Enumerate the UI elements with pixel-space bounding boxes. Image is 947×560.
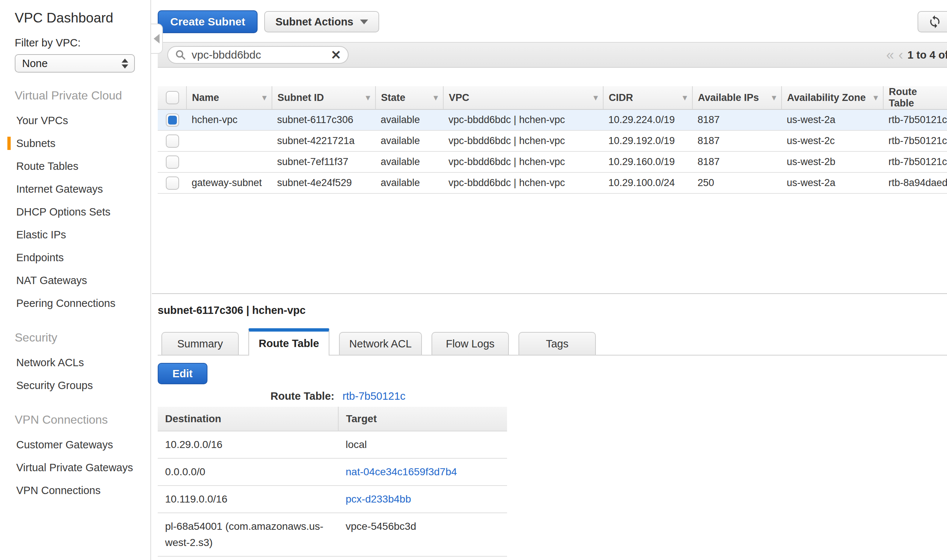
sort-caret-icon[interactable]: ▾ (434, 93, 438, 102)
sort-caret-icon[interactable]: ▾ (366, 93, 370, 102)
cell-subnet-id: subnet-7ef11f37 (272, 151, 376, 172)
cell-state: available (376, 172, 443, 194)
select-all-checkbox[interactable] (166, 91, 179, 104)
sidebar-item-security-groups[interactable]: Security Groups (0, 374, 150, 397)
sidebar-item-subnets[interactable]: Subnets (0, 132, 150, 155)
cell-vpc: vpc-bbdd6bdc | hchen-vpc (443, 172, 603, 194)
column-header-available-ips[interactable]: Available IPs▾ (692, 86, 782, 109)
route-target-link[interactable]: pcx-d233b4bb (346, 493, 411, 505)
sidebar-item-peering-connections[interactable]: Peering Connections (0, 292, 150, 315)
route-table-link[interactable]: rtb-7b50121c (342, 390, 405, 402)
route-table-label: Route Table: (271, 390, 334, 402)
cell-state: available (376, 131, 443, 151)
tab-tags[interactable]: Tags (519, 332, 596, 355)
search-box[interactable]: ✕ (167, 46, 349, 64)
sidebar-item-network-acls[interactable]: Network ACLs (0, 351, 150, 374)
row-checkbox[interactable] (166, 155, 179, 169)
subnet-actions-button[interactable]: Subnet Actions (264, 11, 379, 32)
tab-summary[interactable]: Summary (162, 332, 239, 355)
cell-cidr: 10.29.192.0/19 (603, 131, 692, 151)
sidebar-item-virtual-private-gateways[interactable]: Virtual Private Gateways (0, 456, 150, 479)
cell-name (186, 131, 272, 151)
sidebar-item-dhcp-options-sets[interactable]: DHCP Options Sets (0, 200, 150, 223)
table-row[interactable]: subnet-7ef11f37 available vpc-bbdd6bdc |… (158, 151, 947, 172)
column-label: VPC (449, 92, 470, 103)
sidebar-item-vpn-connections[interactable]: VPN Connections (0, 479, 150, 502)
search-icon (175, 49, 186, 61)
sort-caret-icon[interactable]: ▾ (683, 93, 687, 102)
row-checkbox[interactable] (166, 114, 179, 127)
main-content: Create Subnet Subnet Actions ✕ « ‹ 1 to … (152, 0, 947, 560)
clear-search-icon[interactable]: ✕ (331, 49, 342, 61)
route-destination: pl-68a54001 (com.amazonaws.us-west-2.s3) (158, 513, 338, 556)
table-row[interactable]: hchen-vpc subnet-6117c306 available vpc-… (158, 109, 947, 131)
edit-row: Edit (158, 363, 947, 384)
vpc-filter-select[interactable]: None (15, 54, 135, 72)
cell-name (186, 151, 272, 172)
sort-caret-icon[interactable]: ▾ (772, 93, 776, 102)
table-row[interactable]: subnet-4221721a available vpc-bbdd6bdc |… (158, 131, 947, 151)
column-header-subnet-id[interactable]: Subnet ID▾ (272, 86, 376, 109)
pagination-range: 1 to 4 of (908, 49, 947, 61)
tab-network-acl[interactable]: Network ACL (339, 332, 422, 355)
row-checkbox[interactable] (166, 177, 179, 190)
subnet-detail-panel: subnet-6117c306 | hchen-vpc Summary Rout… (152, 293, 947, 557)
column-header-cidr[interactable]: CIDR▾ (603, 86, 692, 109)
refresh-button[interactable] (918, 11, 947, 32)
sidebar-item-customer-gateways[interactable]: Customer Gateways (0, 433, 150, 456)
cell-available-ips: 8187 (692, 131, 782, 151)
prev-page-icon[interactable]: ‹ (898, 48, 903, 62)
sidebar-item-internet-gateways[interactable]: Internet Gateways (0, 178, 150, 200)
filter-by-vpc-label: Filter by VPC: (15, 37, 150, 49)
sidebar-nav: Virtual Private Cloud Your VPCs Subnets … (0, 89, 150, 502)
cell-route-table: rtb-7b50121c (883, 109, 947, 131)
sidebar-item-endpoints[interactable]: Endpoints (0, 246, 150, 269)
route-target: vpce-5456bc3d (338, 513, 507, 556)
column-header-name[interactable]: Name▾ (186, 86, 272, 109)
route-target-link[interactable]: nat-04ce34c1659f3d7b4 (346, 466, 457, 477)
cell-available-ips: 8187 (692, 151, 782, 172)
cell-cidr: 10.29.160.0/19 (603, 151, 692, 172)
routes-column-destination: Destination (158, 407, 338, 431)
sidebar-item-route-tables[interactable]: Route Tables (0, 155, 150, 178)
route-row: 10.29.0.0/16 local (158, 431, 507, 458)
first-page-icon[interactable]: « (886, 48, 894, 62)
routes-header-row: Destination Target (158, 407, 507, 431)
sort-caret-icon[interactable]: ▾ (262, 93, 266, 102)
table-row[interactable]: gateway-subnet subnet-4e24f529 available… (158, 172, 947, 194)
sidebar-item-elastic-ips[interactable]: Elastic IPs (0, 223, 150, 246)
column-label: Route Table (889, 86, 943, 109)
create-subnet-button[interactable]: Create Subnet (158, 10, 257, 33)
cell-availability-zone: us-west-2b (782, 151, 883, 172)
cell-available-ips: 250 (692, 172, 782, 194)
column-header-state[interactable]: State▾ (376, 86, 443, 109)
row-checkbox[interactable] (166, 134, 179, 148)
column-label: State (381, 92, 405, 103)
route-row: 0.0.0.0/0 nat-04ce34c1659f3d7b4 (158, 458, 507, 486)
sidebar-collapse-toggle[interactable] (151, 23, 163, 54)
cell-state: available (376, 109, 443, 131)
sidebar-item-nat-gateways[interactable]: NAT Gateways (0, 269, 150, 292)
cell-route-table: rtb-7b50121c (883, 151, 947, 172)
sidebar-item-your-vpcs[interactable]: Your VPCs (0, 109, 150, 132)
cell-vpc: vpc-bbdd6bdc | hchen-vpc (443, 131, 603, 151)
sort-caret-icon[interactable]: ▾ (594, 93, 598, 102)
tab-flow-logs[interactable]: Flow Logs (431, 332, 509, 355)
sort-caret-icon[interactable]: ▾ (874, 93, 878, 102)
cell-name: hchen-vpc (186, 109, 272, 131)
cell-route-table: rtb-8a94daed (883, 172, 947, 194)
cell-cidr: 10.29.224.0/19 (603, 109, 692, 131)
column-label: CIDR (609, 92, 633, 103)
search-strip: ✕ « ‹ 1 to 4 of (158, 42, 947, 68)
column-header-availability-zone[interactable]: Availability Zone▾ (782, 86, 883, 109)
cell-available-ips: 8187 (692, 109, 782, 131)
edit-button[interactable]: Edit (158, 363, 208, 384)
tab-route-table[interactable]: Route Table (248, 328, 330, 355)
route-row: 10.119.0.0/16 pcx-d233b4bb (158, 486, 507, 513)
cell-subnet-id: subnet-4e24f529 (272, 172, 376, 194)
column-header-route-table[interactable]: Route Table (883, 86, 947, 109)
detail-heading: subnet-6117c306 | hchen-vpc (158, 304, 947, 317)
search-input[interactable] (191, 48, 326, 62)
route-target: local (338, 431, 507, 458)
column-header-vpc[interactable]: VPC▾ (443, 86, 603, 109)
